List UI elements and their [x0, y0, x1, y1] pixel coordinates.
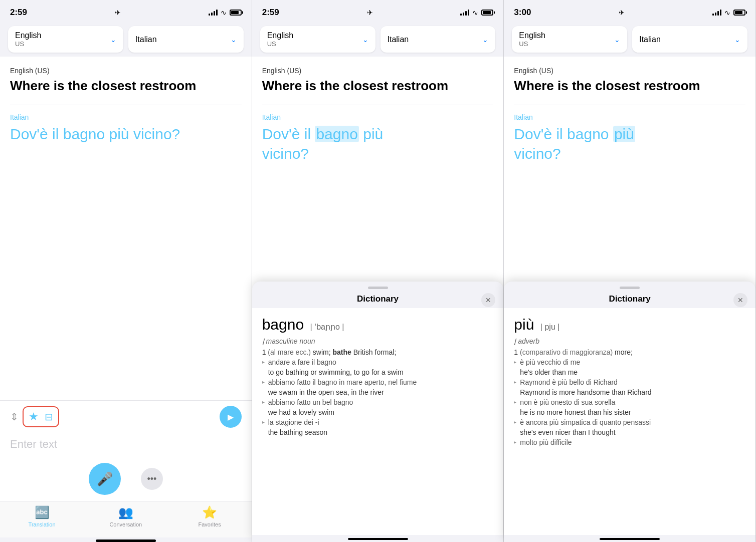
italian-label-1: Italian — [10, 113, 242, 121]
dict-trans-1-3: he's older than me — [514, 368, 745, 376]
lang-name-italian-2: Italian — [388, 35, 409, 44]
toolbar-left-1: ⇕ ★ ⊟ — [10, 406, 59, 427]
dict-example-1-2: andare a fare il bagno — [262, 358, 494, 366]
dict-sense-1-3: 1 (comparativo di maggioranza) more; — [514, 348, 745, 356]
lang-btn-italian-3[interactable]: Italian ⌄ — [632, 26, 747, 53]
english-text-2: Where is the closest restroom — [262, 78, 494, 95]
icon-group-box-1: ★ ⊟ — [23, 406, 59, 427]
lang-name-english-1: English — [15, 31, 41, 40]
tab-conversation-1[interactable]: 👥 Conversation — [84, 505, 167, 527]
lang-btn-italian-1[interactable]: Italian ⌄ — [128, 26, 244, 53]
dict-close-button-2[interactable]: ✕ — [481, 293, 495, 307]
highlighted-piu[interactable]: più — [613, 126, 635, 142]
english-text-3: Where is the closest restroom — [514, 78, 745, 95]
dict-body-2: bagno | ˈbaɲɲo | ǀ masculine noun 1 (al … — [252, 308, 504, 535]
battery-icon-2 — [481, 10, 493, 16]
conversation-tab-label-1: Conversation — [109, 521, 142, 527]
dict-word-2: bagno — [262, 316, 304, 333]
dict-example-4-3: è ancora più simpatica di quanto pensass… — [514, 418, 745, 426]
signal-icon-3 — [712, 10, 721, 16]
dict-trans-2-2: we swam in the open sea, in the river — [262, 388, 494, 396]
dict-header-2: Dictionary ✕ — [252, 292, 504, 308]
dictionary-sheet-3: Dictionary ✕ più | pju | ǀ adverb 1 (com… — [504, 282, 755, 542]
dict-sense-1-2: 1 (al mare ecc.) swim; bathe British for… — [262, 348, 494, 356]
dict-trans-4-2: the bathing season — [262, 428, 494, 436]
italian-text-2: Dov'è il bagno piùvicino? — [262, 124, 494, 163]
lang-name-english-3: English — [519, 31, 545, 40]
dict-example-5-3: molto più difficile — [514, 438, 745, 446]
time-1: 2:59 — [10, 8, 27, 18]
english-label-2: English (US) — [262, 67, 494, 75]
dict-example-3-3: non è più onesto di sua sorella — [514, 398, 745, 406]
lang-btn-english-3[interactable]: English US ⌄ — [512, 26, 627, 53]
dict-title-3: Dictionary — [609, 294, 651, 304]
lang-name-italian-1: Italian — [135, 35, 157, 44]
status-bar-1: 2:59 ✈ ∿ — [0, 0, 252, 22]
time-2: 2:59 — [262, 8, 279, 18]
input-placeholder-1[interactable]: Enter text — [10, 438, 242, 451]
dict-phonetic-3: | pju | — [540, 323, 560, 331]
main-content-1: English (US) Where is the closest restro… — [0, 57, 252, 400]
dict-close-button-3[interactable]: ✕ — [733, 293, 747, 307]
wifi-icon-1: ∿ — [221, 9, 227, 17]
lang-region-english-1: US — [15, 40, 41, 48]
status-bar-2: 2:59 ✈ ∿ — [252, 0, 504, 22]
lang-btn-english-1[interactable]: English US ⌄ — [8, 26, 123, 53]
chevron-english-2: ⌄ — [362, 36, 368, 44]
conversation-tab-icon-1: 👥 — [118, 505, 133, 519]
divider-2 — [262, 105, 494, 105]
english-text-1: Where is the closest restroom — [10, 78, 242, 95]
lang-selector-3: English US ⌄ Italian ⌄ — [504, 22, 755, 57]
dict-handle-3 — [620, 287, 640, 289]
status-icons-2: ∿ — [460, 9, 493, 17]
english-label-1: English (US) — [10, 67, 242, 75]
dict-example-4-2: la stagione dei -i — [262, 418, 494, 426]
dict-title-2: Dictionary — [357, 294, 399, 304]
phone-panel-2: 2:59 ✈ ∿ English US ⌄ Italian — [252, 0, 504, 542]
dict-trans-4-3: she's even nicer than I thought — [514, 428, 745, 436]
divider-3 — [514, 105, 745, 105]
lang-btn-english-2[interactable]: English US ⌄ — [260, 26, 375, 53]
wifi-icon-2: ∿ — [472, 9, 478, 17]
lang-region-english-3: US — [519, 40, 545, 48]
dict-word-line-2: bagno | ˈbaɲɲo | — [262, 316, 494, 333]
battery-icon-1 — [230, 10, 242, 16]
mic-button-1[interactable]: 🎤 — [89, 463, 121, 495]
signal-icon-2 — [460, 10, 469, 16]
dict-trans-3-3: he is no more honest than his sister — [514, 408, 745, 416]
lang-selector-2: English US ⌄ Italian ⌄ — [252, 22, 504, 57]
book-icon-1[interactable]: ⊟ — [45, 411, 53, 423]
lang-name-italian-3: Italian — [639, 35, 661, 44]
dict-body-3: più | pju | ǀ adverb 1 (comparativo di m… — [504, 308, 755, 535]
dict-handle-2 — [368, 287, 388, 289]
dict-example-1-3: è più vecchio di me — [514, 358, 745, 366]
text-input-area-1: Enter text — [0, 433, 252, 459]
dict-trans-2-3: Raymond is more handsome than Richard — [514, 388, 745, 396]
play-button-1[interactable]: ▶ — [220, 406, 242, 428]
dict-phonetic-2: | ˈbaɲɲo | — [310, 323, 344, 331]
chevron-english-3: ⌄ — [614, 36, 620, 44]
tab-favorites-1[interactable]: ⭐ Favorites — [167, 505, 251, 527]
highlighted-bagno[interactable]: bagno — [315, 126, 358, 142]
battery-icon-3 — [733, 10, 745, 16]
more-button-1[interactable]: ••• — [141, 468, 163, 490]
italian-label-3: Italian — [514, 113, 745, 121]
italian-label-2: Italian — [262, 113, 494, 121]
english-label-3: English (US) — [514, 67, 745, 75]
italian-text-3: Dov'è il bagno piùvicino? — [514, 124, 745, 163]
lang-btn-italian-2[interactable]: Italian ⌄ — [381, 26, 496, 53]
chevron-italian-2: ⌄ — [482, 36, 488, 44]
favorites-tab-label-1: Favorites — [198, 521, 221, 527]
dict-word-3: più — [514, 316, 534, 333]
status-icons-1: ∿ — [209, 9, 242, 17]
star-icon-1[interactable]: ★ — [29, 410, 39, 423]
lang-name-english-2: English — [267, 31, 293, 40]
phone-panel-3: 3:00 ✈ ∿ English US ⌄ Italian — [504, 0, 756, 542]
translation-tab-label-1: Translation — [29, 521, 56, 527]
tab-translation-1[interactable]: 🔤 Translation — [0, 505, 84, 527]
lang-selector-1: English US ⌄ Italian ⌄ — [0, 22, 252, 57]
status-icons-3: ∿ — [712, 9, 745, 17]
location-icon-2: ✈ — [367, 9, 373, 17]
dict-example-2-2: abbiamo fatto il bagno in mare aperto, n… — [262, 378, 494, 386]
resize-icon-1: ⇕ — [10, 411, 19, 423]
